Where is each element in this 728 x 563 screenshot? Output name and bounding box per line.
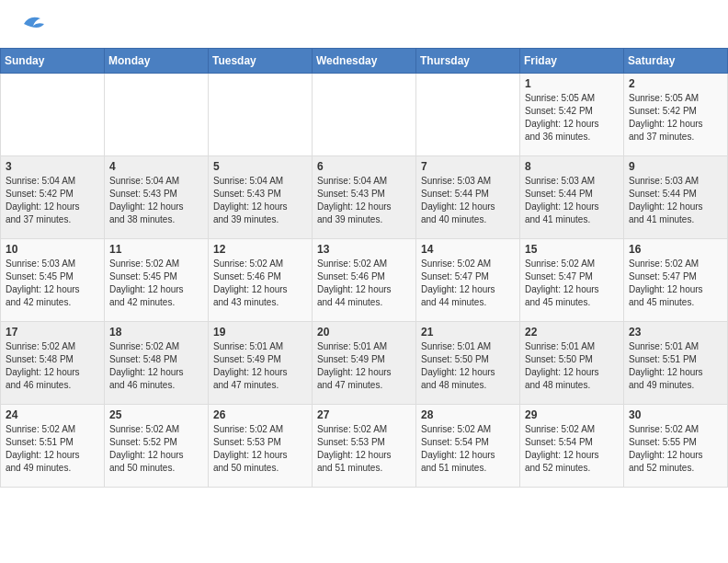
day-number: 6 xyxy=(317,160,411,173)
calendar-cell: 19Sunrise: 5:01 AM Sunset: 5:49 PM Dayli… xyxy=(209,322,313,405)
day-info: Sunrise: 5:02 AM Sunset: 5:47 PM Dayligh… xyxy=(421,258,515,309)
day-number: 16 xyxy=(629,243,722,256)
day-number: 26 xyxy=(213,408,307,421)
page: SundayMondayTuesdayWednesdayThursdayFrid… xyxy=(0,0,728,563)
day-number: 18 xyxy=(109,326,203,339)
day-info: Sunrise: 5:04 AM Sunset: 5:43 PM Dayligh… xyxy=(213,175,307,226)
day-number: 22 xyxy=(525,326,619,339)
calendar-cell: 15Sunrise: 5:02 AM Sunset: 5:47 PM Dayli… xyxy=(520,239,624,322)
day-number: 27 xyxy=(317,408,411,421)
calendar-cell: 3Sunrise: 5:04 AM Sunset: 5:42 PM Daylig… xyxy=(1,156,105,239)
calendar-cell: 12Sunrise: 5:02 AM Sunset: 5:46 PM Dayli… xyxy=(209,239,313,322)
calendar-cell: 14Sunrise: 5:02 AM Sunset: 5:47 PM Dayli… xyxy=(416,239,520,322)
day-number: 4 xyxy=(109,160,203,173)
day-info: Sunrise: 5:02 AM Sunset: 5:53 PM Dayligh… xyxy=(213,423,307,475)
day-number: 20 xyxy=(317,326,411,339)
day-number: 24 xyxy=(6,408,99,421)
day-number: 13 xyxy=(317,243,411,256)
weekday-header-saturday: Saturday xyxy=(624,49,728,74)
calendar-week-5: 24Sunrise: 5:02 AM Sunset: 5:51 PM Dayli… xyxy=(1,405,728,488)
calendar-cell: 30Sunrise: 5:02 AM Sunset: 5:55 PM Dayli… xyxy=(624,405,728,488)
calendar-week-2: 3Sunrise: 5:04 AM Sunset: 5:42 PM Daylig… xyxy=(1,156,728,239)
calendar-week-4: 17Sunrise: 5:02 AM Sunset: 5:48 PM Dayli… xyxy=(1,322,728,405)
day-info: Sunrise: 5:02 AM Sunset: 5:45 PM Dayligh… xyxy=(109,258,203,309)
weekday-header-friday: Friday xyxy=(520,49,624,74)
day-number: 10 xyxy=(6,243,99,256)
calendar-table: SundayMondayTuesdayWednesdayThursdayFrid… xyxy=(0,48,728,488)
day-info: Sunrise: 5:02 AM Sunset: 5:54 PM Dayligh… xyxy=(421,423,515,475)
calendar-week-1: 1Sunrise: 5:05 AM Sunset: 5:42 PM Daylig… xyxy=(1,74,728,156)
day-info: Sunrise: 5:04 AM Sunset: 5:43 PM Dayligh… xyxy=(109,175,203,226)
day-info: Sunrise: 5:04 AM Sunset: 5:42 PM Dayligh… xyxy=(6,175,99,226)
calendar-cell: 11Sunrise: 5:02 AM Sunset: 5:45 PM Dayli… xyxy=(105,239,209,322)
day-info: Sunrise: 5:05 AM Sunset: 5:42 PM Dayligh… xyxy=(525,92,619,144)
calendar-cell: 21Sunrise: 5:01 AM Sunset: 5:50 PM Dayli… xyxy=(416,322,520,405)
logo-wing-icon xyxy=(20,11,46,40)
weekday-header-sunday: Sunday xyxy=(1,49,105,74)
calendar-cell xyxy=(209,74,313,156)
calendar-cell: 1Sunrise: 5:05 AM Sunset: 5:42 PM Daylig… xyxy=(520,74,624,156)
calendar-cell: 7Sunrise: 5:03 AM Sunset: 5:44 PM Daylig… xyxy=(416,156,520,239)
calendar-cell: 4Sunrise: 5:04 AM Sunset: 5:43 PM Daylig… xyxy=(105,156,209,239)
calendar-cell: 28Sunrise: 5:02 AM Sunset: 5:54 PM Dayli… xyxy=(416,405,520,488)
day-number: 2 xyxy=(629,77,722,90)
day-info: Sunrise: 5:02 AM Sunset: 5:48 PM Dayligh… xyxy=(109,340,203,392)
calendar-cell xyxy=(416,74,520,156)
day-number: 29 xyxy=(525,408,619,421)
calendar-cell: 10Sunrise: 5:03 AM Sunset: 5:45 PM Dayli… xyxy=(1,239,105,322)
day-number: 11 xyxy=(109,243,203,256)
day-info: Sunrise: 5:01 AM Sunset: 5:49 PM Dayligh… xyxy=(317,340,411,392)
calendar-cell: 27Sunrise: 5:02 AM Sunset: 5:53 PM Dayli… xyxy=(313,405,416,488)
day-info: Sunrise: 5:02 AM Sunset: 5:51 PM Dayligh… xyxy=(6,423,99,475)
calendar-cell: 6Sunrise: 5:04 AM Sunset: 5:43 PM Daylig… xyxy=(313,156,416,239)
weekday-header-wednesday: Wednesday xyxy=(313,49,416,74)
calendar-cell: 18Sunrise: 5:02 AM Sunset: 5:48 PM Dayli… xyxy=(105,322,209,405)
day-number: 25 xyxy=(109,408,203,421)
day-number: 9 xyxy=(629,160,722,173)
calendar-cell xyxy=(1,74,105,156)
day-info: Sunrise: 5:03 AM Sunset: 5:45 PM Dayligh… xyxy=(6,258,99,309)
day-number: 12 xyxy=(213,243,307,256)
day-info: Sunrise: 5:04 AM Sunset: 5:43 PM Dayligh… xyxy=(317,175,411,226)
day-number: 8 xyxy=(525,160,619,173)
weekday-header-tuesday: Tuesday xyxy=(209,49,313,74)
day-number: 5 xyxy=(213,160,307,173)
calendar-cell: 5Sunrise: 5:04 AM Sunset: 5:43 PM Daylig… xyxy=(209,156,313,239)
day-number: 14 xyxy=(421,243,515,256)
day-info: Sunrise: 5:03 AM Sunset: 5:44 PM Dayligh… xyxy=(629,175,722,226)
day-info: Sunrise: 5:03 AM Sunset: 5:44 PM Dayligh… xyxy=(525,175,619,226)
day-info: Sunrise: 5:02 AM Sunset: 5:53 PM Dayligh… xyxy=(317,423,411,475)
calendar-cell: 25Sunrise: 5:02 AM Sunset: 5:52 PM Dayli… xyxy=(105,405,209,488)
day-number: 3 xyxy=(6,160,99,173)
day-number: 1 xyxy=(525,77,619,90)
day-info: Sunrise: 5:01 AM Sunset: 5:49 PM Dayligh… xyxy=(213,340,307,392)
day-number: 7 xyxy=(421,160,515,173)
day-info: Sunrise: 5:01 AM Sunset: 5:50 PM Dayligh… xyxy=(421,340,515,392)
day-number: 30 xyxy=(629,408,722,421)
day-info: Sunrise: 5:02 AM Sunset: 5:47 PM Dayligh… xyxy=(525,258,619,309)
day-number: 15 xyxy=(525,243,619,256)
calendar-cell: 24Sunrise: 5:02 AM Sunset: 5:51 PM Dayli… xyxy=(1,405,105,488)
day-info: Sunrise: 5:01 AM Sunset: 5:51 PM Dayligh… xyxy=(629,340,722,392)
calendar-cell: 29Sunrise: 5:02 AM Sunset: 5:54 PM Dayli… xyxy=(520,405,624,488)
day-number: 21 xyxy=(421,326,515,339)
weekday-header-row: SundayMondayTuesdayWednesdayThursdayFrid… xyxy=(1,49,728,74)
calendar-cell: 20Sunrise: 5:01 AM Sunset: 5:49 PM Dayli… xyxy=(313,322,416,405)
calendar-cell: 8Sunrise: 5:03 AM Sunset: 5:44 PM Daylig… xyxy=(520,156,624,239)
day-number: 23 xyxy=(629,326,722,339)
calendar-cell xyxy=(313,74,416,156)
header xyxy=(0,0,728,48)
day-number: 17 xyxy=(6,326,99,339)
day-info: Sunrise: 5:02 AM Sunset: 5:46 PM Dayligh… xyxy=(317,258,411,309)
calendar-header: SundayMondayTuesdayWednesdayThursdayFrid… xyxy=(1,49,728,74)
calendar-cell xyxy=(105,74,209,156)
calendar-cell: 13Sunrise: 5:02 AM Sunset: 5:46 PM Dayli… xyxy=(313,239,416,322)
calendar-cell: 16Sunrise: 5:02 AM Sunset: 5:47 PM Dayli… xyxy=(624,239,728,322)
calendar-cell: 17Sunrise: 5:02 AM Sunset: 5:48 PM Dayli… xyxy=(1,322,105,405)
day-info: Sunrise: 5:05 AM Sunset: 5:42 PM Dayligh… xyxy=(629,92,722,144)
day-info: Sunrise: 5:02 AM Sunset: 5:55 PM Dayligh… xyxy=(629,423,722,475)
calendar-cell: 9Sunrise: 5:03 AM Sunset: 5:44 PM Daylig… xyxy=(624,156,728,239)
day-info: Sunrise: 5:01 AM Sunset: 5:50 PM Dayligh… xyxy=(525,340,619,392)
day-info: Sunrise: 5:02 AM Sunset: 5:47 PM Dayligh… xyxy=(629,258,722,309)
logo xyxy=(18,11,46,40)
